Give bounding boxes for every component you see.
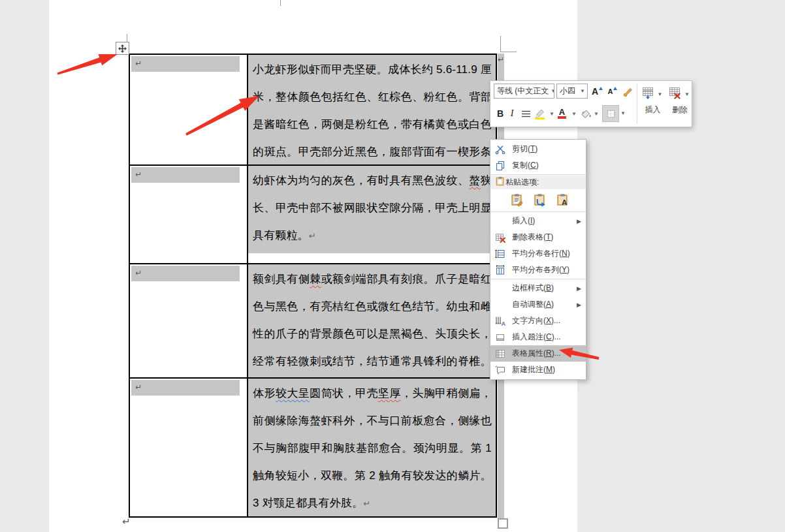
menu-item-label: 剪切(T): [512, 144, 537, 155]
borders-dropdown[interactable]: ▼: [619, 105, 627, 121]
table-row[interactable]: ↵幼虾体为均匀的灰色，有时具有黑色波纹、螯狭长、甲壳中部不被网眼状空隙分隔，甲壳…: [130, 166, 496, 264]
delete-table-icon: [495, 232, 506, 243]
italic-button[interactable]: I: [507, 105, 517, 122]
shading-button[interactable]: ▼: [580, 105, 601, 122]
menu-item-distribute-rows[interactable]: 平均分布各行(N): [490, 245, 586, 262]
icon-placeholder: [495, 300, 506, 310]
pilcrow-mark: ↵: [309, 231, 316, 241]
chevron-down-icon: ▼: [618, 110, 628, 116]
table-row[interactable]: ↵小龙虾形似虾而甲壳坚硬。成体长约 5.6-11.9 厘米，整体颜色包括红色、红…: [130, 55, 496, 166]
borders-icon: [606, 109, 616, 119]
menu-item-label: 删除表格(T): [512, 232, 553, 243]
borders-button[interactable]: [602, 105, 619, 122]
menu-item-label: 插入(I): [512, 215, 535, 227]
chevron-down-icon[interactable]: ▼: [682, 91, 692, 97]
table-cell-text[interactable]: 额剑具有侧棘或额剑端部具有刻痕。爪子是暗红色与黑色，有亮桔红色或微红色结节。幼虫…: [247, 264, 496, 377]
cell-paragraph: 小龙虾形似虾而甲壳坚硬。成体长约 5.6-11.9 厘米，整体颜色包括红色、红棕…: [248, 55, 496, 164]
grow-font-button[interactable]: A: [590, 84, 605, 99]
selection-highlight: ↵: [131, 266, 240, 281]
pilcrow-mark: ↵: [498, 55, 504, 64]
menu-separator: [490, 174, 586, 175]
table-row[interactable]: ↵体形较大呈圆筒状，甲壳坚厚，头胸甲稍侧扁，前侧缘除海螯虾科外，不与口前板愈合，…: [130, 379, 496, 516]
table-cell-empty[interactable]: ↵: [130, 55, 247, 164]
delete-table-button[interactable]: ▼ 删除: [667, 83, 693, 125]
paste-option-keep-text-only[interactable]: A: [554, 191, 571, 208]
font-size-value: 小四: [560, 86, 575, 97]
toolbar-separator: [637, 84, 637, 124]
menu-item-paste-options: 粘贴选项:: [490, 176, 586, 189]
copy-icon: [495, 161, 506, 171]
menu-item-insert[interactable]: 插入(I)▶: [490, 213, 586, 229]
table-cell-empty[interactable]: ↵: [130, 264, 247, 377]
shrink-font-button[interactable]: A: [605, 84, 620, 99]
selection-highlight: ↵: [131, 380, 240, 396]
paste-option-merge-formatting[interactable]: [531, 191, 548, 208]
table-cell-text[interactable]: 幼虾体为均匀的灰色，有时具有黑色波纹、螯狭长、甲壳中部不被网眼状空隙分隔，甲壳上…: [247, 166, 496, 263]
chevron-down-icon[interactable]: ▼: [656, 91, 665, 97]
chevron-down-icon[interactable]: ▼: [547, 111, 556, 117]
table-move-handle[interactable]: [116, 42, 129, 55]
menu-item-autofit[interactable]: 自动调整(A)▶: [490, 296, 586, 313]
menu-item-label: 复制(C): [512, 160, 539, 171]
menu-separator: [490, 279, 586, 279]
font-name-combo[interactable]: 等线 (中文正文 ▼: [494, 84, 554, 99]
align-lines-icon: [522, 110, 530, 117]
menu-item-cut[interactable]: 剪切(T): [490, 141, 586, 157]
new-comment-icon: [495, 365, 506, 375]
submenu-arrow-icon: ▶: [577, 285, 582, 292]
table-resize-handle[interactable]: [498, 518, 508, 529]
document-table[interactable]: ↵小龙虾形似虾而甲壳坚硬。成体长约 5.6-11.9 厘米，整体颜色包括红色、红…: [129, 54, 497, 518]
highlighter-icon: [534, 108, 546, 119]
move-arrows-icon: [118, 44, 127, 53]
menu-item-new-comment[interactable]: 新建批注(M): [490, 362, 586, 378]
menu-separator: [490, 211, 586, 212]
align-button[interactable]: [519, 105, 532, 122]
delete-label: 删除: [667, 104, 693, 116]
chevron-down-icon[interactable]: ▼: [569, 111, 579, 117]
paint-bucket-icon: [580, 108, 592, 119]
insert-label: 插入: [639, 104, 666, 116]
clipboard-icon: [495, 176, 505, 189]
text-highlight-button[interactable]: ▼: [534, 105, 556, 122]
menu-item-label: 表格属性(R)...: [512, 348, 561, 359]
cell-paragraph: 幼虾体为均匀的灰色，有时具有黑色波纹、螯狭长、甲壳中部不被网眼状空隙分隔，甲壳上…: [248, 166, 496, 250]
paste-option-keep-source-formatting[interactable]: [508, 191, 525, 208]
menu-item-label: 文字方向(X)...: [512, 315, 560, 326]
crop-mark-top-center: [280, 0, 281, 6]
menu-item-insert-caption[interactable]: 插入题注(C)...: [490, 329, 586, 345]
chevron-down-icon[interactable]: ▼: [549, 88, 554, 94]
menu-item-distribute-columns[interactable]: 平均分布各列(Y): [490, 262, 586, 278]
delete-table-icon: [668, 86, 681, 99]
scissors-icon: [495, 144, 506, 155]
keep-text-only-icon: A: [556, 193, 569, 207]
insert-table-button[interactable]: ▼ 插入: [639, 83, 666, 125]
submenu-arrow-icon: ▶: [577, 302, 582, 308]
merge-formatting-icon: [533, 193, 547, 207]
menu-item-border-styles[interactable]: 边框样式(B)▶: [490, 280, 586, 296]
menu-item-delete-table[interactable]: 删除表格(T): [490, 229, 586, 245]
bold-button[interactable]: B: [494, 105, 506, 122]
table-cell-empty[interactable]: ↵: [130, 379, 247, 516]
cell-paragraph: 额剑具有侧棘或额剑端部具有刻痕。爪子是暗红色与黑色，有亮桔红色或微红色结节。幼虫…: [248, 264, 496, 377]
crop-mark-top-right-v: [500, 36, 501, 52]
chevron-down-icon[interactable]: ▼: [578, 88, 587, 94]
table-cell-empty[interactable]: ↵: [130, 166, 247, 263]
text-direction-icon: A: [495, 316, 506, 326]
menu-item-text-direction[interactable]: A文字方向(X)...: [490, 313, 586, 329]
table-row[interactable]: ↵额剑具有侧棘或额剑端部具有刻痕。爪子是暗红色与黑色，有亮桔红色或微红色结节。幼…: [130, 264, 496, 379]
distribute-rows-icon: [495, 249, 506, 259]
font-size-combo[interactable]: 小四 ▼: [556, 84, 588, 99]
format-painter-icon: [622, 86, 633, 97]
caret-up-icon: [613, 87, 617, 90]
table-cell-text[interactable]: 体形较大呈圆筒状，甲壳坚厚，头胸甲稍侧扁，前侧缘除海螯虾科外，不与口前板愈合，侧…: [247, 379, 496, 516]
chevron-down-icon[interactable]: ▼: [592, 111, 601, 117]
menu-item-label: 平均分布各列(Y): [512, 264, 569, 275]
pilcrow-mark: ↵: [363, 499, 370, 509]
menu-item-copy[interactable]: 复制(C): [490, 157, 586, 174]
menu-item-table-properties[interactable]: 表格属性(R)...: [490, 345, 586, 362]
table-cell-text[interactable]: 小龙虾形似虾而甲壳坚硬。成体长约 5.6-11.9 厘米，整体颜色包括红色、红棕…: [247, 55, 496, 164]
submenu-arrow-icon: ▶: [577, 218, 582, 225]
font-color-button[interactable]: A ▼: [558, 105, 579, 122]
caret-up-icon: [599, 87, 603, 90]
format-painter-button[interactable]: [620, 84, 635, 99]
